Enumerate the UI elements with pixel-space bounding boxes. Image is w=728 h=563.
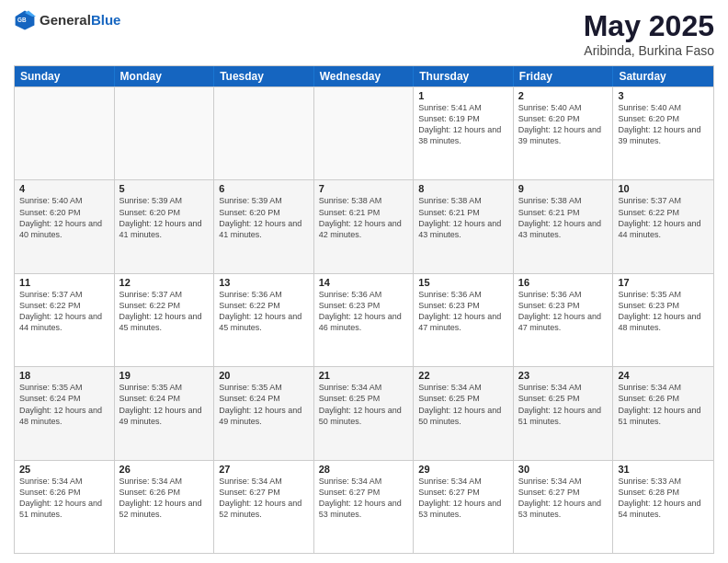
header-day-friday: Friday [514, 66, 614, 86]
day-number: 18 [19, 370, 109, 381]
calendar-day-1: 1Sunrise: 5:41 AM Sunset: 6:19 PM Daylig… [414, 87, 514, 179]
calendar-day-10: 10Sunrise: 5:37 AM Sunset: 6:22 PM Dayli… [613, 180, 713, 272]
day-info: Sunrise: 5:35 AM Sunset: 6:24 PM Dayligh… [219, 382, 309, 427]
calendar-day-3: 3Sunrise: 5:40 AM Sunset: 6:20 PM Daylig… [613, 87, 713, 179]
calendar-day-7: 7Sunrise: 5:38 AM Sunset: 6:21 PM Daylig… [314, 180, 415, 272]
calendar-day-2: 2Sunrise: 5:40 AM Sunset: 6:20 PM Daylig… [514, 87, 614, 179]
header: GB GeneralBlue May 2025 Aribinda, Burkin… [14, 9, 714, 58]
day-number: 9 [518, 183, 609, 194]
day-info: Sunrise: 5:34 AM Sunset: 6:27 PM Dayligh… [418, 476, 508, 521]
day-number: 22 [418, 370, 508, 381]
day-info: Sunrise: 5:41 AM Sunset: 6:19 PM Dayligh… [418, 102, 508, 147]
day-number: 6 [219, 183, 309, 194]
calendar-empty-cell [214, 87, 314, 179]
day-number: 29 [418, 464, 508, 475]
day-info: Sunrise: 5:40 AM Sunset: 6:20 PM Dayligh… [518, 102, 609, 147]
calendar-day-6: 6Sunrise: 5:39 AM Sunset: 6:20 PM Daylig… [214, 180, 314, 272]
day-info: Sunrise: 5:38 AM Sunset: 6:21 PM Dayligh… [418, 195, 508, 240]
calendar-row-5: 25Sunrise: 5:34 AM Sunset: 6:26 PM Dayli… [15, 460, 713, 553]
calendar-day-15: 15Sunrise: 5:36 AM Sunset: 6:23 PM Dayli… [414, 274, 514, 366]
day-number: 20 [219, 370, 309, 381]
day-info: Sunrise: 5:36 AM Sunset: 6:23 PM Dayligh… [518, 289, 609, 334]
location-title: Aribinda, Burkina Faso [584, 43, 714, 58]
calendar-empty-cell [15, 87, 115, 179]
day-number: 14 [319, 277, 409, 288]
calendar-day-22: 22Sunrise: 5:34 AM Sunset: 6:25 PM Dayli… [414, 367, 514, 459]
calendar-day-9: 9Sunrise: 5:38 AM Sunset: 6:21 PM Daylig… [514, 180, 614, 272]
calendar-day-14: 14Sunrise: 5:36 AM Sunset: 6:23 PM Dayli… [314, 274, 415, 366]
day-info: Sunrise: 5:35 AM Sunset: 6:24 PM Dayligh… [119, 382, 210, 427]
day-number: 30 [518, 464, 609, 475]
logo-icon: GB [14, 9, 36, 31]
header-day-monday: Monday [115, 66, 215, 86]
calendar-empty-cell [115, 87, 215, 179]
day-info: Sunrise: 5:34 AM Sunset: 6:27 PM Dayligh… [518, 476, 609, 521]
calendar-day-28: 28Sunrise: 5:34 AM Sunset: 6:27 PM Dayli… [314, 461, 415, 553]
day-number: 13 [219, 277, 309, 288]
day-info: Sunrise: 5:38 AM Sunset: 6:21 PM Dayligh… [518, 195, 609, 240]
day-number: 17 [618, 277, 709, 288]
day-info: Sunrise: 5:34 AM Sunset: 6:26 PM Dayligh… [618, 382, 709, 427]
day-info: Sunrise: 5:37 AM Sunset: 6:22 PM Dayligh… [618, 195, 709, 240]
day-number: 26 [119, 464, 210, 475]
day-number: 8 [418, 183, 508, 194]
calendar-row-3: 11Sunrise: 5:37 AM Sunset: 6:22 PM Dayli… [15, 273, 713, 366]
day-number: 21 [319, 370, 409, 381]
calendar-day-5: 5Sunrise: 5:39 AM Sunset: 6:20 PM Daylig… [115, 180, 215, 272]
logo-blue: Blue [91, 12, 121, 28]
logo: GB GeneralBlue [14, 9, 120, 31]
day-number: 27 [219, 464, 309, 475]
day-info: Sunrise: 5:36 AM Sunset: 6:22 PM Dayligh… [219, 289, 309, 334]
calendar-header: SundayMondayTuesdayWednesdayThursdayFrid… [15, 66, 713, 86]
calendar-day-26: 26Sunrise: 5:34 AM Sunset: 6:26 PM Dayli… [115, 461, 215, 553]
calendar-empty-cell [314, 87, 415, 179]
calendar-row-4: 18Sunrise: 5:35 AM Sunset: 6:24 PM Dayli… [15, 366, 713, 459]
day-number: 15 [418, 277, 508, 288]
day-info: Sunrise: 5:33 AM Sunset: 6:28 PM Dayligh… [618, 476, 709, 521]
day-info: Sunrise: 5:34 AM Sunset: 6:27 PM Dayligh… [219, 476, 309, 521]
calendar-page: GB GeneralBlue May 2025 Aribinda, Burkin… [0, 0, 728, 563]
day-number: 12 [119, 277, 210, 288]
day-number: 23 [518, 370, 609, 381]
logo-text: GeneralBlue [40, 12, 120, 29]
calendar-day-20: 20Sunrise: 5:35 AM Sunset: 6:24 PM Dayli… [214, 367, 314, 459]
day-info: Sunrise: 5:39 AM Sunset: 6:20 PM Dayligh… [119, 195, 210, 240]
day-number: 16 [518, 277, 609, 288]
calendar-day-19: 19Sunrise: 5:35 AM Sunset: 6:24 PM Dayli… [115, 367, 215, 459]
day-number: 24 [618, 370, 709, 381]
calendar-day-21: 21Sunrise: 5:34 AM Sunset: 6:25 PM Dayli… [314, 367, 415, 459]
day-info: Sunrise: 5:34 AM Sunset: 6:25 PM Dayligh… [418, 382, 508, 427]
day-info: Sunrise: 5:37 AM Sunset: 6:22 PM Dayligh… [19, 289, 109, 334]
day-number: 25 [19, 464, 109, 475]
calendar-day-24: 24Sunrise: 5:34 AM Sunset: 6:26 PM Dayli… [613, 367, 713, 459]
day-number: 19 [119, 370, 210, 381]
calendar-day-13: 13Sunrise: 5:36 AM Sunset: 6:22 PM Dayli… [214, 274, 314, 366]
day-number: 28 [319, 464, 409, 475]
day-info: Sunrise: 5:35 AM Sunset: 6:23 PM Dayligh… [618, 289, 709, 334]
day-info: Sunrise: 5:34 AM Sunset: 6:25 PM Dayligh… [319, 382, 409, 427]
day-number: 2 [518, 90, 609, 101]
day-number: 31 [618, 464, 709, 475]
header-day-thursday: Thursday [414, 66, 514, 86]
calendar-day-4: 4Sunrise: 5:40 AM Sunset: 6:20 PM Daylig… [15, 180, 115, 272]
calendar: SundayMondayTuesdayWednesdayThursdayFrid… [14, 65, 714, 554]
day-number: 4 [19, 183, 109, 194]
day-number: 3 [618, 90, 709, 101]
header-day-saturday: Saturday [613, 66, 713, 86]
day-info: Sunrise: 5:34 AM Sunset: 6:25 PM Dayligh… [518, 382, 609, 427]
calendar-day-31: 31Sunrise: 5:33 AM Sunset: 6:28 PM Dayli… [613, 461, 713, 553]
calendar-day-11: 11Sunrise: 5:37 AM Sunset: 6:22 PM Dayli… [15, 274, 115, 366]
calendar-day-25: 25Sunrise: 5:34 AM Sunset: 6:26 PM Dayli… [15, 461, 115, 553]
day-info: Sunrise: 5:34 AM Sunset: 6:26 PM Dayligh… [19, 476, 109, 521]
day-info: Sunrise: 5:35 AM Sunset: 6:24 PM Dayligh… [19, 382, 109, 427]
calendar-day-8: 8Sunrise: 5:38 AM Sunset: 6:21 PM Daylig… [414, 180, 514, 272]
day-info: Sunrise: 5:36 AM Sunset: 6:23 PM Dayligh… [418, 289, 508, 334]
day-info: Sunrise: 5:39 AM Sunset: 6:20 PM Dayligh… [219, 195, 309, 240]
day-info: Sunrise: 5:36 AM Sunset: 6:23 PM Dayligh… [319, 289, 409, 334]
header-day-wednesday: Wednesday [314, 66, 415, 86]
calendar-day-29: 29Sunrise: 5:34 AM Sunset: 6:27 PM Dayli… [414, 461, 514, 553]
logo-general: General [40, 12, 91, 28]
day-info: Sunrise: 5:40 AM Sunset: 6:20 PM Dayligh… [618, 102, 709, 147]
day-number: 5 [119, 183, 210, 194]
calendar-day-18: 18Sunrise: 5:35 AM Sunset: 6:24 PM Dayli… [15, 367, 115, 459]
